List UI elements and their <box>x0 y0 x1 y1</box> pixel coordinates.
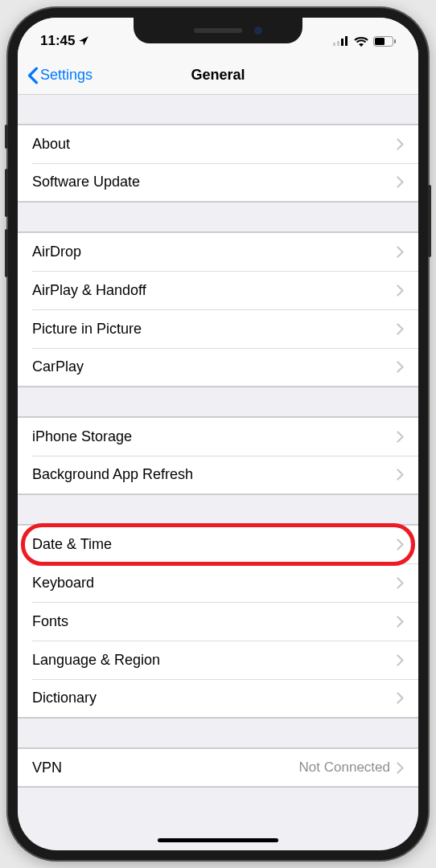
speaker-grille <box>194 28 242 33</box>
chevron-right-icon <box>397 285 404 297</box>
front-camera <box>254 27 262 35</box>
settings-row-keyboard[interactable]: Keyboard <box>18 563 418 602</box>
row-label: Date & Time <box>32 536 397 553</box>
settings-group: AirDropAirPlay & HandoffPicture in Pictu… <box>18 231 418 387</box>
settings-group: Date & TimeKeyboardFontsLanguage & Regio… <box>18 524 418 719</box>
row-label: Background App Refresh <box>32 466 397 483</box>
settings-group: VPNNot Connected <box>18 747 418 788</box>
settings-row-software-update[interactable]: Software Update <box>18 163 418 202</box>
cellular-signal-icon <box>333 36 349 46</box>
nav-header: Settings General <box>18 56 418 95</box>
row-label: Language & Region <box>32 652 397 669</box>
svg-rect-2 <box>341 39 343 46</box>
settings-row-fonts[interactable]: Fonts <box>18 602 418 641</box>
settings-group: iPhone StorageBackground App Refresh <box>18 416 418 495</box>
row-label: Keyboard <box>32 575 397 592</box>
row-label: Fonts <box>32 613 397 630</box>
row-label: Dictionary <box>32 690 397 706</box>
phone-frame: 11:45 <box>8 8 428 860</box>
chevron-right-icon <box>397 361 404 373</box>
settings-row-carplay[interactable]: CarPlay <box>18 348 418 387</box>
settings-row-about[interactable]: About <box>18 125 418 163</box>
back-label: Settings <box>40 67 93 84</box>
settings-row-date-time[interactable]: Date & Time <box>18 525 418 563</box>
group-separator <box>18 203 418 231</box>
settings-row-airplay-handoff[interactable]: AirPlay & Handoff <box>18 271 418 309</box>
chevron-left-icon <box>27 67 39 84</box>
power-button <box>428 185 431 257</box>
settings-list[interactable]: AboutSoftware UpdateAirDropAirPlay & Han… <box>18 95 418 788</box>
row-label: CarPlay <box>32 358 397 375</box>
group-separator <box>18 495 418 524</box>
settings-row-background-app-refresh[interactable]: Background App Refresh <box>18 456 418 494</box>
settings-group: AboutSoftware Update <box>18 124 418 203</box>
svg-rect-3 <box>345 36 348 46</box>
chevron-right-icon <box>397 654 404 666</box>
row-label: About <box>32 136 397 153</box>
row-label: AirPlay & Handoff <box>32 282 397 299</box>
settings-row-dictionary[interactable]: Dictionary <box>18 679 418 718</box>
row-label: iPhone Storage <box>32 428 397 445</box>
chevron-right-icon <box>397 138 404 150</box>
settings-row-language-region[interactable]: Language & Region <box>18 641 418 679</box>
svg-rect-6 <box>394 39 396 43</box>
settings-row-vpn[interactable]: VPNNot Connected <box>18 748 418 787</box>
settings-row-iphone-storage[interactable]: iPhone Storage <box>18 417 418 456</box>
chevron-right-icon <box>397 323 404 335</box>
volume-up-button <box>5 169 8 217</box>
svg-rect-1 <box>337 41 339 46</box>
screen: 11:45 <box>18 18 418 850</box>
chevron-right-icon <box>397 692 404 704</box>
svg-rect-5 <box>375 38 385 45</box>
chevron-right-icon <box>397 762 404 774</box>
chevron-right-icon <box>397 616 404 628</box>
chevron-right-icon <box>397 469 404 481</box>
back-button[interactable]: Settings <box>27 67 93 84</box>
notch <box>134 18 302 43</box>
location-arrow-icon <box>78 35 89 47</box>
row-label: VPN <box>32 760 299 776</box>
wifi-icon <box>354 36 368 47</box>
chevron-right-icon <box>397 538 404 551</box>
row-detail: Not Connected <box>299 760 390 776</box>
group-separator <box>18 95 418 124</box>
svg-rect-0 <box>333 43 335 46</box>
home-indicator[interactable] <box>158 838 278 842</box>
settings-row-picture-in-picture[interactable]: Picture in Picture <box>18 309 418 348</box>
row-label: Software Update <box>32 174 397 190</box>
chevron-right-icon <box>397 176 404 188</box>
chevron-right-icon <box>397 246 404 258</box>
page-title: General <box>191 67 245 84</box>
row-label: Picture in Picture <box>32 321 397 338</box>
status-time: 11:45 <box>40 33 75 49</box>
mute-switch <box>5 125 8 149</box>
settings-row-airdrop[interactable]: AirDrop <box>18 232 418 271</box>
row-label: AirDrop <box>32 244 397 260</box>
chevron-right-icon <box>397 431 404 443</box>
group-separator <box>18 387 418 416</box>
battery-icon <box>373 36 396 47</box>
group-separator <box>18 719 418 747</box>
chevron-right-icon <box>397 577 404 589</box>
volume-down-button <box>5 229 8 277</box>
